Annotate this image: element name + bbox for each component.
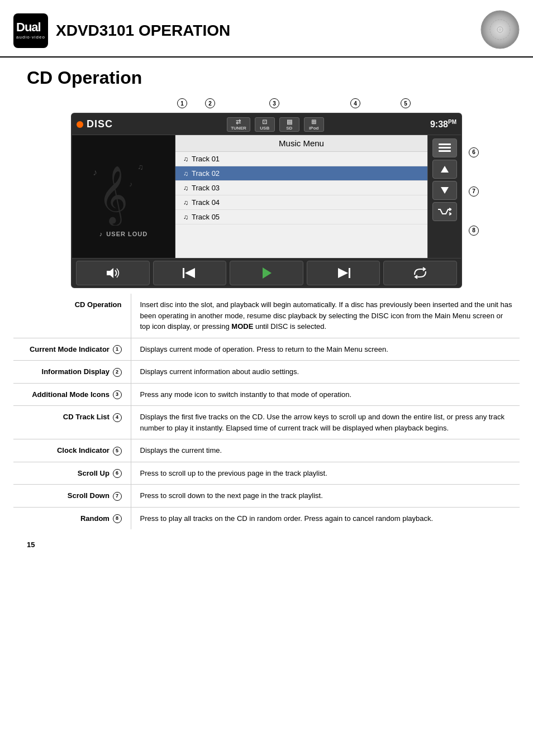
scroll-up-btn[interactable] (432, 160, 457, 179)
desc-text-6: Press to scroll up to the previous page … (131, 462, 520, 485)
user-loud-icon: ♪ (99, 231, 103, 237)
desc-row-cd-operation: CD Operation Insert disc into the slot, … (13, 294, 520, 338)
sd-icon: ▤ (287, 118, 292, 126)
top-bar: DISC ⇄ TUNER ⊡ USB ▤ SD (72, 114, 461, 135)
callout-8-container: 8 (469, 225, 479, 236)
tuner-icon: ⇄ (236, 118, 241, 126)
svg-rect-17 (349, 268, 350, 278)
desc-text-cd-operation: Insert disc into the slot, and playback … (131, 294, 520, 338)
desc-text-5: Displays the current time. (131, 439, 520, 462)
callout-5: 5 (401, 98, 411, 108)
volume-btn[interactable] (76, 261, 150, 285)
track-note-4: ♫ (183, 199, 188, 207)
desc-row-8: Random 8 Press to play all tracks on the… (13, 507, 520, 529)
callout-4: 4 (350, 98, 360, 108)
content-area: CD Operation 1 2 3 4 5 DISC (0, 63, 533, 560)
callout-row-top: 1 2 3 4 5 (71, 94, 462, 113)
callout-7: 7 (469, 186, 479, 197)
usb-icon: ⊡ (262, 118, 267, 126)
volume-icon (106, 267, 120, 279)
music-note-art: ♪ ♫ ♪ 𝄞 (87, 156, 160, 228)
screen-main: ♪ ♫ ♪ 𝄞 ♪ USER LOUD Music Menu (72, 135, 461, 258)
mode-indicator: DISC (77, 118, 113, 130)
track-name-1: Track 01 (192, 155, 220, 163)
header-title: XDVD3101 OPERATION (56, 22, 230, 40)
list-icon (439, 143, 451, 152)
callout-6-container: 6 (469, 147, 479, 157)
track-name-3: Track 03 (192, 184, 220, 192)
track-name-5: Track 05 (192, 213, 220, 221)
user-loud-text: USER LOUD (106, 231, 147, 237)
repeat-btn[interactable] (383, 261, 457, 285)
term-callout-7: 7 (113, 492, 122, 501)
user-loud-label: ♪ USER LOUD (99, 231, 147, 237)
description-table: CD Operation Insert disc into the slot, … (13, 294, 520, 529)
svg-text:♫: ♫ (137, 162, 144, 171)
tuner-mode-btn[interactable]: ⇄ TUNER (227, 117, 250, 132)
svg-marker-18 (338, 268, 348, 278)
ipod-mode-btn[interactable]: ⊞ iPod (304, 117, 324, 132)
desc-row-3: Additional Mode Icons 3 Press any mode i… (13, 383, 520, 406)
track-item-2[interactable]: ♫ Track 02 (175, 166, 427, 181)
desc-row-7: Scroll Down 7 Press to scroll down to th… (13, 485, 520, 508)
page-header: Dual audio·video XDVD3101 OPERATION (0, 0, 533, 58)
desc-term-1: Current Mode Indicator 1 (13, 338, 131, 361)
term-callout-1: 1 (113, 345, 122, 354)
device-diagram: 1 2 3 4 5 DISC ⇄ TUNER (71, 94, 462, 288)
random-btn[interactable] (432, 202, 457, 221)
svg-text:♪: ♪ (93, 168, 97, 177)
desc-term-4: CD Track List 4 (13, 406, 131, 439)
track-item-4[interactable]: ♫ Track 04 (175, 195, 427, 210)
svg-marker-15 (185, 268, 195, 278)
callout-7-container: 7 (469, 186, 479, 197)
desc-text-7: Press to scroll down to the next page in… (131, 485, 520, 508)
term-callout-8: 8 (113, 514, 122, 523)
page-title: CD Operation (13, 63, 520, 88)
transport-bar (72, 258, 461, 287)
mode-icons-group: ⇄ TUNER ⊡ USB ▤ SD ⊞ iPod (121, 117, 430, 132)
desc-text-3: Press any mode icon to switch instantly … (131, 383, 520, 406)
svg-text:𝄞: 𝄞 (98, 166, 128, 226)
term-callout-3: 3 (113, 390, 122, 399)
model-number: XDVD3101 (56, 22, 134, 39)
track-item-5[interactable]: ♫ Track 05 (175, 210, 427, 224)
desc-term-6: Scroll Up 6 (13, 462, 131, 485)
scroll-down-btn[interactable] (432, 181, 457, 200)
next-icon (337, 267, 350, 279)
callout-2: 2 (205, 98, 215, 108)
clock-ampm: PM (448, 119, 456, 125)
disc-dot (77, 121, 83, 128)
track-note-3: ♫ (183, 184, 188, 192)
track-item-3[interactable]: ♫ Track 03 (175, 181, 427, 195)
sd-label: SD (286, 126, 292, 131)
list-view-btn[interactable] (432, 138, 457, 157)
tuner-label: TUNER (231, 126, 246, 131)
desc-term-3: Additional Mode Icons 3 (13, 383, 131, 406)
desc-text-4: Displays the first five tracks on the CD… (131, 406, 520, 439)
svg-marker-16 (263, 267, 272, 279)
next-btn[interactable] (307, 261, 380, 285)
desc-text-1: Displays current mode of operation. Pres… (131, 338, 520, 361)
mode-label: DISC (87, 118, 113, 130)
callout-6: 6 (469, 147, 479, 157)
usb-label: USB (260, 126, 269, 131)
desc-term-7: Scroll Down 7 (13, 485, 131, 508)
svg-rect-8 (439, 143, 451, 145)
desc-row-1: Current Mode Indicator 1 Displays curren… (13, 338, 520, 361)
music-menu-header: Music Menu (175, 135, 427, 152)
prev-btn[interactable] (153, 261, 227, 285)
svg-text:♪: ♪ (129, 180, 132, 188)
svg-rect-10 (439, 150, 451, 152)
sd-mode-btn[interactable]: ▤ SD (279, 117, 299, 132)
term-callout-6: 6 (113, 469, 122, 478)
usb-mode-btn[interactable]: ⊡ USB (255, 117, 275, 132)
callout-8: 8 (469, 226, 479, 236)
right-controls (427, 135, 461, 258)
track-item-1[interactable]: ♫ Track 01 (175, 152, 427, 166)
logo: Dual audio·video (13, 13, 48, 48)
term-callout-5: 5 (113, 447, 122, 456)
track-name-4: Track 04 (192, 198, 220, 207)
play-btn[interactable] (230, 261, 303, 285)
track-name-2: Track 02 (192, 169, 220, 178)
svg-marker-13 (107, 268, 113, 278)
